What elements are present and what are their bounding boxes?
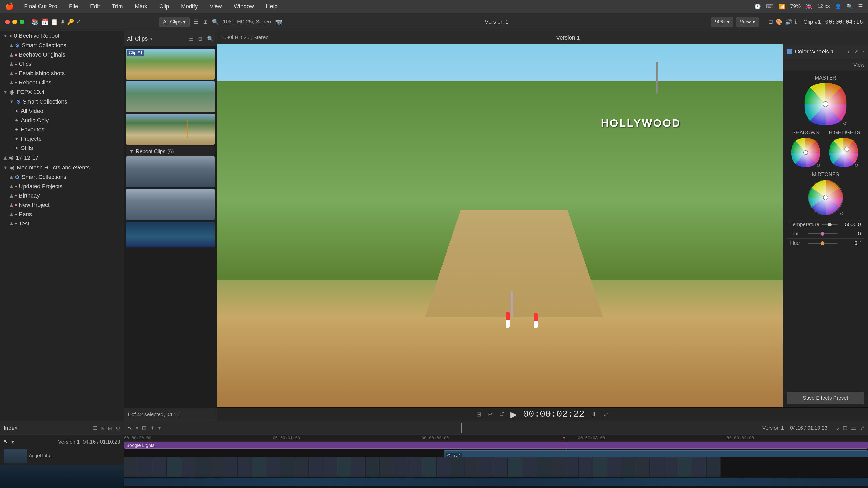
color-wheels-checkbox[interactable] (786, 49, 792, 55)
viewer-tool-icon[interactable]: ✂ (488, 411, 493, 418)
view-inspector-label[interactable]: View (853, 62, 864, 68)
clip-thumb-3[interactable] (126, 113, 215, 144)
tint-slider[interactable] (808, 233, 838, 234)
menu-fcp[interactable]: Final Cut Pro (22, 2, 59, 11)
sidebar-item-all-video[interactable]: ✦ All Video (0, 106, 124, 116)
master-color-wheel[interactable]: ↺ (804, 83, 847, 126)
sidebar-item-smart-collections-1[interactable]: ▶ ⚙ Smart Collections (0, 41, 124, 50)
menu-file[interactable]: File (67, 2, 80, 11)
sidebar-item-paris[interactable]: ▶ ▪ Paris (0, 210, 124, 219)
clip-thumb-2[interactable] (126, 81, 215, 112)
tl-settings-icon[interactable]: ⚙ (116, 425, 120, 431)
browser-search-icon[interactable]: 🔍 (212, 19, 219, 25)
menu-edit[interactable]: Edit (88, 2, 102, 11)
inspector-chevron-icon[interactable]: ‹ (863, 49, 864, 54)
menu-help[interactable]: Help (264, 2, 280, 11)
tl-tool-select-icon[interactable]: ↖ (128, 425, 132, 431)
zoom-button[interactable]: 90% ▾ (711, 17, 734, 27)
clip-1-track[interactable]: Clip #1 (444, 450, 868, 457)
sidebar-item-reboot-clips[interactable]: ▶ ▪ Reboot Clips (0, 78, 124, 87)
select-arrow-icon[interactable]: ↖ (4, 438, 8, 445)
save-icon[interactable]: ⬇ (60, 19, 65, 25)
select-tool-icon[interactable]: ▾ (11, 439, 14, 445)
save-effects-preset-button[interactable]: Save Effects Preset (786, 392, 864, 404)
grid-view-icon[interactable]: ⊞ (203, 19, 208, 25)
clip-thumb-5[interactable] (126, 189, 215, 220)
apple-icon[interactable]: 🍎 (5, 2, 14, 10)
sidebar-item-test[interactable]: ▶ ▪ Test (0, 219, 124, 228)
layout-viewer-icon[interactable]: ⊟ (476, 411, 482, 418)
clip-thumb-4[interactable] (126, 157, 215, 188)
transform-icon[interactable]: ↺ (499, 411, 504, 418)
sidebar-item-favorites[interactable]: ✦ Favorites (0, 125, 124, 134)
sidebar-item-establishing-shots[interactable]: ▶ ▪ Establishing shots (0, 69, 124, 78)
tl-audio-icon[interactable]: ♪ (836, 425, 839, 431)
audio-icon[interactable]: 🔊 (785, 19, 792, 25)
menu-view[interactable]: View (208, 2, 224, 11)
tl-group-icon[interactable]: ⊟ (108, 425, 113, 431)
hue-slider[interactable] (808, 243, 838, 244)
sidebar-item-17-12-17[interactable]: ▶ ◉ 17-12-17 (0, 153, 124, 163)
tl-effects-dropdown-icon[interactable]: ▾ (158, 425, 161, 431)
tl-snap-icon[interactable]: ⊞ (142, 425, 147, 431)
inspector-dropdown-icon[interactable]: ▾ (847, 49, 850, 55)
shadows-reset-icon[interactable]: ↺ (816, 163, 820, 168)
sidebar-item-smart-collections-3[interactable]: ▶ ⚙ Smart Collections (0, 172, 124, 182)
layout-icon[interactable]: ⊟ (768, 19, 773, 25)
color-icon[interactable]: 🎨 (776, 19, 782, 25)
tl-fullscreen-icon[interactable]: ⤢ (860, 425, 864, 431)
sidebar-item-stills[interactable]: ✦ Stills (0, 143, 124, 153)
tl-tool-dropdown-icon[interactable]: ▾ (136, 425, 138, 431)
sidebar-item-fcpx[interactable]: ▼ ◉ FCPX 10.4 (0, 87, 124, 97)
highlights-color-wheel[interactable]: ↺ (829, 138, 859, 167)
inspector-expand-icon[interactable]: ⤢ (854, 49, 858, 55)
info-icon[interactable]: ℹ (795, 19, 797, 25)
sidebar-item-beehive-reboot[interactable]: ▼ ▪ 0-Beehive Reboot (0, 31, 124, 41)
clip-thumb-1[interactable]: Clip #1 (126, 48, 215, 79)
tl-grid-icon[interactable]: ⊞ (100, 425, 105, 431)
menu-trim[interactable]: Trim (110, 2, 125, 11)
viewer-area[interactable]: HOLLYWOOD (217, 44, 783, 408)
menu-mark[interactable]: Mark (133, 2, 150, 11)
sidebar-item-updated-projects[interactable]: ▶ ▪ Updated Projects (0, 182, 124, 191)
list-view-icon[interactable]: ☰ (194, 19, 199, 25)
tl-list-icon[interactable]: ☰ (93, 425, 97, 431)
clip-boogie-lights[interactable]: Boogie Lights (124, 442, 868, 449)
menu-clip[interactable]: Clip (157, 2, 171, 11)
highlights-reset-icon[interactable]: ↺ (855, 163, 859, 168)
tl-zoom-icon[interactable]: ⊟ (843, 425, 847, 431)
clip-thumb-6[interactable] (126, 222, 215, 247)
browser-grid-icon[interactable]: ⊞ (198, 36, 203, 42)
play-icon[interactable]: ▶ (510, 410, 517, 419)
minimize-button[interactable] (12, 20, 17, 24)
index-label[interactable]: Index (4, 425, 18, 431)
pause-icon[interactable]: ⏸ (591, 410, 597, 418)
sidebar-item-audio-only[interactable]: ✦ Audio Only (0, 116, 124, 125)
menu-window[interactable]: Window (232, 2, 256, 11)
master-reset-icon[interactable]: ↺ (843, 121, 847, 127)
sidebar-item-beehive-originals[interactable]: ▶ ▪ Beehave Originals (0, 50, 124, 59)
sidebar-item-projects[interactable]: ✦ Projects (0, 134, 124, 143)
browser-search-btn-icon[interactable]: 🔍 (207, 36, 214, 42)
search-menubar-icon[interactable]: 🔍 (846, 3, 853, 9)
view-button[interactable]: View ▾ (736, 17, 759, 27)
browser-list-icon[interactable]: ☰ (189, 36, 193, 42)
temperature-slider[interactable] (822, 224, 838, 225)
midtones-reset-icon[interactable]: ↺ (840, 211, 844, 217)
sidebar-item-new-project[interactable]: ▶ ▪ New Project (0, 200, 124, 210)
sidebar-item-birthday[interactable]: ▶ ▪ Birthday (0, 191, 124, 200)
shadows-color-wheel[interactable]: ↺ (791, 138, 820, 167)
section-triangle-icon[interactable]: ▼ (129, 149, 134, 154)
browser-dropdown-icon[interactable]: ▾ (150, 36, 152, 41)
all-clips-button[interactable]: All Clips ▾ (159, 17, 190, 27)
menu-modify[interactable]: Modify (179, 2, 200, 11)
tl-more-icon[interactable]: ☰ (851, 425, 856, 431)
sidebar-item-smart-collections-2[interactable]: ▼ ⚙ Smart Collections (0, 97, 124, 106)
sidebar-item-macintosh[interactable]: ▼ ◉ Macintosh H...cts and events (0, 163, 124, 172)
tl-effects-icon[interactable]: ✦ (150, 425, 155, 431)
fullscreen-icon[interactable]: ⤢ (603, 411, 609, 418)
close-button[interactable] (5, 20, 10, 24)
maximize-button[interactable] (20, 20, 24, 24)
midtones-color-wheel[interactable]: ↺ (808, 180, 844, 216)
sidebar-item-clips[interactable]: ▶ ▪ Clips (0, 59, 124, 69)
